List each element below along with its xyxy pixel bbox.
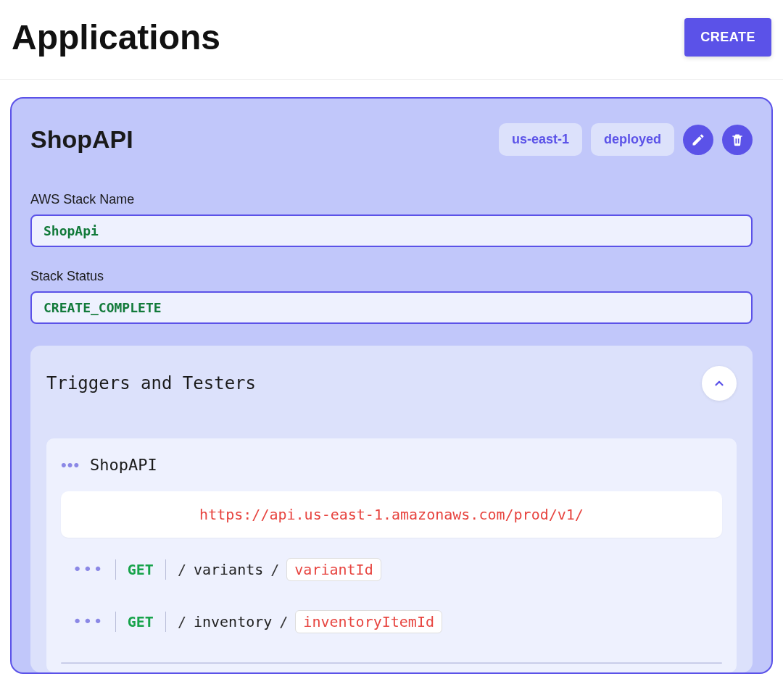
card-header: ShopAPI us-east-1 deployed [30, 123, 753, 156]
pencil-icon [691, 133, 705, 147]
trash-icon [730, 133, 745, 147]
stack-name-value: ShopApi [30, 214, 753, 247]
chevron-up-icon [713, 377, 726, 390]
page-title: Applications [12, 17, 220, 57]
path-slash: / [178, 613, 186, 630]
collapse-button[interactable] [702, 366, 737, 401]
path-segment: variants [194, 561, 263, 578]
endpoint-row[interactable]: ••• GET / variants / variantId [61, 558, 722, 581]
path-param[interactable]: variantId [286, 558, 381, 581]
region-badge: us-east-1 [499, 123, 582, 156]
stack-name-label: AWS Stack Name [30, 192, 753, 207]
http-method: GET [128, 561, 154, 578]
field-stack-status: Stack Status CREATE_COMPLETE [30, 269, 753, 324]
base-url[interactable]: https://api.us-east-1.amazonaws.com/prod… [61, 491, 722, 538]
page-header: Applications CREATE [0, 0, 783, 80]
triggers-title: Triggers and Testers [46, 373, 256, 393]
api-name: ShopAPI [90, 456, 157, 474]
endpoint-row[interactable]: ••• GET / inventory / inventoryItemId [61, 610, 722, 633]
status-badge: deployed [591, 123, 674, 156]
application-card: ShopAPI us-east-1 deployed AWS Stack Nam… [10, 97, 773, 674]
card-actions: us-east-1 deployed [499, 123, 753, 156]
path-slash: / [279, 613, 288, 630]
path-param[interactable]: inventoryItemId [295, 610, 442, 633]
divider [165, 559, 166, 580]
api-title-row: ••• ShopAPI [61, 456, 722, 474]
path-slash: / [270, 561, 279, 578]
edit-button[interactable] [683, 125, 713, 155]
delete-button[interactable] [722, 125, 753, 155]
menu-dots-icon[interactable]: ••• [61, 457, 80, 473]
http-method: GET [128, 613, 154, 630]
divider [115, 559, 116, 580]
stack-status-label: Stack Status [30, 269, 753, 284]
triggers-header: Triggers and Testers [46, 366, 737, 401]
triggers-inner: ••• ShopAPI https://api.us-east-1.amazon… [46, 438, 737, 672]
path-segment: inventory [194, 613, 272, 630]
stack-status-value: CREATE_COMPLETE [30, 291, 753, 324]
menu-dots-icon[interactable]: ••• [72, 614, 104, 630]
create-button[interactable]: CREATE [684, 18, 771, 57]
triggers-panel: Triggers and Testers ••• ShopAPI https:/… [30, 346, 753, 672]
path-slash: / [178, 561, 186, 578]
menu-dots-icon[interactable]: ••• [72, 562, 104, 578]
field-stack-name: AWS Stack Name ShopApi [30, 192, 753, 247]
bottom-divider [61, 662, 722, 664]
divider [165, 612, 166, 632]
application-title: ShopAPI [30, 125, 133, 154]
divider [115, 612, 116, 632]
